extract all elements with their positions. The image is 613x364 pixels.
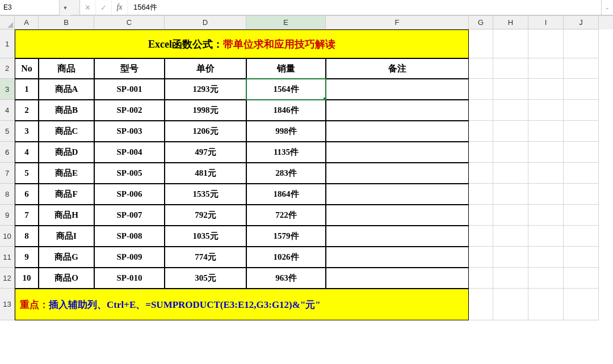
cell-G5[interactable] <box>469 121 493 142</box>
cell-model-12[interactable]: SP-010 <box>94 268 165 289</box>
row-header-9[interactable]: 9 <box>0 205 15 226</box>
cell-I8[interactable] <box>528 184 564 205</box>
cell-price-9[interactable]: 792元 <box>165 205 246 226</box>
cell-G1[interactable] <box>469 29 493 58</box>
cell-J11[interactable] <box>564 247 599 268</box>
cell-G11[interactable] <box>469 247 493 268</box>
cell-I12[interactable] <box>528 268 564 289</box>
cell-price-8[interactable]: 1535元 <box>165 184 246 205</box>
cell-model-4[interactable]: SP-002 <box>94 100 165 121</box>
col-header-C[interactable]: C <box>94 16 165 29</box>
cell-note-3[interactable] <box>326 79 469 100</box>
cell-model-8[interactable]: SP-006 <box>94 184 165 205</box>
cell-H8[interactable] <box>493 184 528 205</box>
cell-qty-12[interactable]: 963件 <box>246 268 326 289</box>
cell-model-7[interactable]: SP-005 <box>94 163 165 184</box>
cell-H1[interactable] <box>493 29 528 58</box>
cell-note-5[interactable] <box>326 121 469 142</box>
cell-J7[interactable] <box>564 163 599 184</box>
cell-G13[interactable] <box>469 289 493 320</box>
fx-icon[interactable]: fx <box>112 0 128 15</box>
cell-J2[interactable] <box>564 58 599 79</box>
cell-note-10[interactable] <box>326 226 469 247</box>
cell-product-9[interactable]: 商品H <box>39 205 94 226</box>
cell-J5[interactable] <box>564 121 599 142</box>
footer-cell[interactable]: 重点： 插入辅助列、Ctrl+E、=SUMPRODUCT(E3:E12,G3:G… <box>15 289 469 320</box>
name-box-dropdown-icon[interactable]: ▼ <box>60 5 71 11</box>
row-header-4[interactable]: 4 <box>0 100 15 121</box>
cell-H9[interactable] <box>493 205 528 226</box>
cell-H10[interactable] <box>493 226 528 247</box>
title-cell[interactable]: Excel函数公式： 带单位求和应用技巧解读 <box>15 29 469 58</box>
header-note[interactable]: 备注 <box>326 58 469 79</box>
cell-product-10[interactable]: 商品I <box>39 226 94 247</box>
cell-qty-5[interactable]: 998件 <box>246 121 326 142</box>
row-header-13[interactable]: 13 <box>0 289 15 320</box>
row-header-8[interactable]: 8 <box>0 184 15 205</box>
cell-qty-3[interactable]: 1564件 <box>246 79 326 100</box>
cell-price-10[interactable]: 1035元 <box>165 226 246 247</box>
row-header-1[interactable]: 1 <box>0 29 15 58</box>
cell-H7[interactable] <box>493 163 528 184</box>
cell-J8[interactable] <box>564 184 599 205</box>
cell-J13[interactable] <box>564 289 599 320</box>
cell-J6[interactable] <box>564 142 599 163</box>
cell-I1[interactable] <box>528 29 564 58</box>
cell-note-6[interactable] <box>326 142 469 163</box>
cell-G10[interactable] <box>469 226 493 247</box>
cell-product-8[interactable]: 商品F <box>39 184 94 205</box>
cell-no-8[interactable]: 6 <box>15 184 39 205</box>
cell-J4[interactable] <box>564 100 599 121</box>
col-header-B[interactable]: B <box>39 16 94 29</box>
cell-price-12[interactable]: 305元 <box>165 268 246 289</box>
cell-note-7[interactable] <box>326 163 469 184</box>
cell-H2[interactable] <box>493 58 528 79</box>
cell-J1[interactable] <box>564 29 599 58</box>
cell-J9[interactable] <box>564 205 599 226</box>
cell-product-7[interactable]: 商品E <box>39 163 94 184</box>
cell-price-7[interactable]: 481元 <box>165 163 246 184</box>
cell-no-9[interactable]: 7 <box>15 205 39 226</box>
cell-H4[interactable] <box>493 100 528 121</box>
row-header-2[interactable]: 2 <box>0 58 15 79</box>
cell-price-3[interactable]: 1293元 <box>165 79 246 100</box>
cell-qty-11[interactable]: 1026件 <box>246 247 326 268</box>
enter-icon[interactable]: ✓ <box>96 0 112 15</box>
cell-I4[interactable] <box>528 100 564 121</box>
cell-product-4[interactable]: 商品B <box>39 100 94 121</box>
cell-qty-7[interactable]: 283件 <box>246 163 326 184</box>
cell-price-4[interactable]: 1998元 <box>165 100 246 121</box>
cell-qty-8[interactable]: 1864件 <box>246 184 326 205</box>
col-header-F[interactable]: F <box>326 16 469 29</box>
cell-no-6[interactable]: 4 <box>15 142 39 163</box>
name-box[interactable]: E3 <box>0 0 60 15</box>
cell-product-5[interactable]: 商品C <box>39 121 94 142</box>
cell-G12[interactable] <box>469 268 493 289</box>
row-header-12[interactable]: 12 <box>0 268 15 289</box>
cell-I10[interactable] <box>528 226 564 247</box>
cell-product-11[interactable]: 商品G <box>39 247 94 268</box>
cell-model-6[interactable]: SP-004 <box>94 142 165 163</box>
cell-I2[interactable] <box>528 58 564 79</box>
col-header-G[interactable]: G <box>469 16 493 29</box>
cell-price-11[interactable]: 774元 <box>165 247 246 268</box>
cell-no-3[interactable]: 1 <box>15 79 39 100</box>
cell-G3[interactable] <box>469 79 493 100</box>
cell-price-5[interactable]: 1206元 <box>165 121 246 142</box>
cell-qty-9[interactable]: 722件 <box>246 205 326 226</box>
cell-I11[interactable] <box>528 247 564 268</box>
col-header-H[interactable]: H <box>493 16 528 29</box>
cell-product-6[interactable]: 商品D <box>39 142 94 163</box>
row-header-5[interactable]: 5 <box>0 121 15 142</box>
col-header-D[interactable]: D <box>165 16 246 29</box>
cell-no-11[interactable]: 9 <box>15 247 39 268</box>
cell-H11[interactable] <box>493 247 528 268</box>
cell-H6[interactable] <box>493 142 528 163</box>
cell-qty-4[interactable]: 1846件 <box>246 100 326 121</box>
cell-qty-10[interactable]: 1579件 <box>246 226 326 247</box>
row-header-3[interactable]: 3 <box>0 79 15 100</box>
col-header-A[interactable]: A <box>15 16 39 29</box>
cell-no-7[interactable]: 5 <box>15 163 39 184</box>
cell-model-11[interactable]: SP-009 <box>94 247 165 268</box>
header-model[interactable]: 型号 <box>94 58 165 79</box>
